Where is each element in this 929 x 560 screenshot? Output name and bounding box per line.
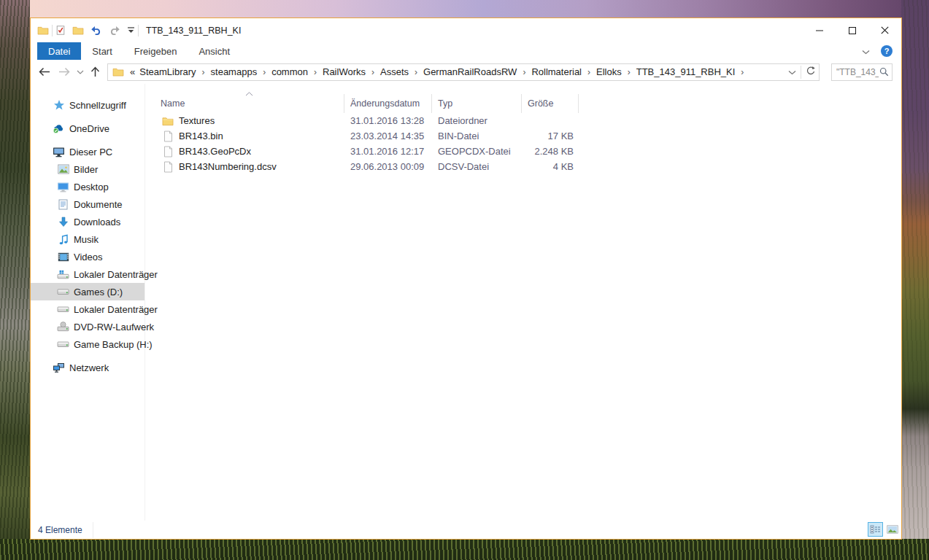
ribbon-tab-datei[interactable]: Datei bbox=[37, 42, 81, 60]
file-size-cell: 17 KB bbox=[522, 128, 579, 144]
sidebar-item-schnellzugriff[interactable]: Schnellzugriff bbox=[31, 96, 144, 114]
title-bar[interactable]: TTB_143_911_RBH_KI bbox=[31, 18, 901, 42]
column-header-gr-e[interactable]: Größe bbox=[522, 94, 579, 113]
ribbon-tab-freigeben[interactable]: Freigeben bbox=[123, 42, 188, 60]
sidebar-item-dokumente[interactable]: Dokumente bbox=[31, 195, 144, 213]
address-folder-icon bbox=[112, 67, 124, 77]
breadcrumb-segment[interactable]: common bbox=[270, 66, 309, 78]
address-bar[interactable]: « SteamLibrary›steamapps›common›RailWork… bbox=[107, 63, 820, 81]
sidebar-item-lokaler-datentr-ger[interactable]: Lokaler Datenträger bbox=[31, 265, 144, 283]
navigation-toolbar: « SteamLibrary›steamapps›common›RailWork… bbox=[31, 60, 901, 84]
close-button[interactable] bbox=[868, 18, 901, 42]
back-arrow-icon[interactable] bbox=[38, 67, 50, 77]
breadcrumb-segment[interactable]: Rollmaterial bbox=[530, 66, 583, 78]
sidebar-item-label: Game Backup (H:) bbox=[74, 339, 153, 350]
file-type-cell: DCSV-Datei bbox=[432, 159, 522, 174]
help-icon[interactable]: ? bbox=[881, 45, 893, 57]
status-bar: 4 Elemente bbox=[31, 521, 901, 539]
sidebar-item-bilder[interactable]: Bilder bbox=[31, 160, 144, 178]
breadcrumb-segment[interactable]: Assets bbox=[379, 66, 410, 78]
sidebar-item-dvd-rw-laufwerk[interactable]: DVD-RW-Laufwerk bbox=[31, 318, 144, 335]
ribbon-collapse-chevron-icon[interactable] bbox=[862, 44, 870, 58]
explorer-window: TTB_143_911_RBH_KI DateiStartFreigebenAn… bbox=[30, 18, 902, 540]
file-name-label: Textures bbox=[179, 115, 215, 126]
ribbon-tab-ansicht[interactable]: Ansicht bbox=[188, 42, 241, 60]
explorer-folder-icon[interactable] bbox=[37, 26, 49, 35]
column-header-row: NameÄnderungsdatumTypGröße bbox=[161, 94, 901, 113]
details-view-button[interactable] bbox=[868, 522, 883, 537]
address-dropdown-chevron-icon[interactable] bbox=[788, 66, 796, 77]
breadcrumb-chevron[interactable]: › bbox=[410, 67, 422, 77]
sidebar-item-game-backup-h[interactable]: Game Backup (H:) bbox=[31, 335, 144, 353]
breadcrumb-segment[interactable]: steamapps bbox=[209, 66, 259, 78]
forward-arrow-icon[interactable] bbox=[58, 67, 71, 77]
sidebar-item-netzwerk[interactable]: Netzwerk bbox=[31, 359, 144, 376]
minimize-button[interactable] bbox=[803, 18, 836, 42]
sidebar-item-label: DVD-RW-Laufwerk bbox=[74, 322, 154, 332]
table-row[interactable]: BR143Numbering.dcsv29.06.2013 00:09DCSV-… bbox=[161, 159, 901, 174]
sidebar-item-label: Schnellzugriff bbox=[69, 100, 126, 111]
window-title: TTB_143_911_RBH_KI bbox=[146, 26, 241, 36]
file-date-cell: 31.01.2016 13:28 bbox=[344, 113, 432, 128]
search-icon[interactable] bbox=[879, 67, 889, 77]
properties-icon[interactable] bbox=[55, 25, 66, 36]
sidebar-item-videos[interactable]: Videos bbox=[31, 248, 144, 265]
redo-icon[interactable] bbox=[109, 26, 120, 36]
breadcrumb-chevron[interactable]: › bbox=[309, 67, 321, 77]
breadcrumb-overflow-chevron[interactable]: « bbox=[126, 66, 138, 77]
titlebar-separator bbox=[138, 25, 139, 36]
breadcrumb-segment[interactable]: Elloks bbox=[595, 66, 623, 78]
undo-icon[interactable] bbox=[90, 26, 102, 36]
maximize-icon bbox=[849, 27, 856, 34]
breadcrumb-segment[interactable]: GermanRailRoadsRW bbox=[422, 66, 518, 78]
large-icons-view-button[interactable] bbox=[884, 522, 900, 537]
breadcrumb-chevron[interactable]: › bbox=[623, 67, 635, 77]
navigation-pane: SchnellzugriffOneDriveDieser PCBilderDes… bbox=[31, 84, 145, 521]
breadcrumb-segment[interactable]: RailWorks bbox=[321, 66, 367, 78]
breadcrumb-segment[interactable]: SteamLibrary bbox=[138, 66, 197, 78]
sidebar-item-lokaler-datentr-ger[interactable]: Lokaler Datenträger bbox=[31, 300, 144, 318]
file-name-label: BR143Numbering.dcsv bbox=[179, 161, 277, 172]
table-row[interactable]: BR143.bin23.03.2014 14:35BIN-Datei17 KB bbox=[161, 128, 901, 144]
refresh-icon[interactable] bbox=[806, 66, 816, 78]
documents-icon bbox=[57, 199, 69, 210]
breadcrumb-chevron[interactable]: › bbox=[258, 67, 270, 77]
file-icon bbox=[161, 146, 174, 158]
breadcrumb-segment[interactable]: TTB_143_911_RBH_KI bbox=[635, 66, 737, 78]
main-area: SchnellzugriffOneDriveDieser PCBilderDes… bbox=[31, 84, 901, 521]
file-list-pane[interactable]: NameÄnderungsdatumTypGröße Textures31.01… bbox=[145, 84, 901, 521]
qat-dropdown-icon[interactable] bbox=[127, 27, 135, 34]
new-folder-icon[interactable] bbox=[72, 26, 84, 35]
sidebar-item-label: Bilder bbox=[74, 164, 98, 175]
file-size-cell bbox=[522, 113, 579, 128]
table-row[interactable]: BR143.GeoPcDx31.01.2016 12:17GEOPCDX-Dat… bbox=[161, 144, 901, 159]
sidebar-item-games-d[interactable]: Games (D:) bbox=[31, 283, 144, 300]
up-arrow-icon[interactable] bbox=[90, 66, 100, 77]
sidebar-item-dieser-pc[interactable]: Dieser PC bbox=[31, 143, 144, 160]
breadcrumb-chevron[interactable]: › bbox=[367, 67, 379, 77]
address-bar-divider bbox=[801, 66, 801, 79]
column-header-typ[interactable]: Typ bbox=[432, 94, 522, 113]
dvd-drive-icon bbox=[57, 322, 69, 332]
column-header--nderungsdatum[interactable]: Änderungsdatum bbox=[344, 94, 432, 113]
search-box[interactable] bbox=[831, 63, 893, 81]
search-input[interactable] bbox=[836, 67, 879, 77]
drive-icon bbox=[57, 306, 69, 313]
breadcrumb-chevron[interactable]: › bbox=[518, 67, 530, 77]
breadcrumb-chevron[interactable]: › bbox=[736, 67, 748, 77]
table-row[interactable]: Textures31.01.2016 13:28Dateiordner bbox=[161, 113, 901, 128]
sort-ascending-icon[interactable] bbox=[245, 86, 253, 99]
breadcrumb-chevron[interactable]: › bbox=[583, 67, 595, 77]
sidebar-item-musik[interactable]: Musik bbox=[31, 230, 144, 248]
sidebar-item-desktop[interactable]: Desktop bbox=[31, 178, 144, 195]
breadcrumb-chevron[interactable]: › bbox=[198, 67, 209, 77]
ribbon-tab-start[interactable]: Start bbox=[81, 42, 123, 60]
file-name-cell: Textures bbox=[161, 113, 344, 128]
drive-icon bbox=[57, 341, 69, 348]
statusbar-divider bbox=[93, 522, 93, 538]
maximize-button[interactable] bbox=[836, 18, 868, 42]
sidebar-item-downloads[interactable]: Downloads bbox=[31, 213, 144, 230]
file-icon bbox=[161, 161, 174, 173]
recent-locations-chevron-icon[interactable] bbox=[77, 70, 84, 74]
sidebar-item-onedrive[interactable]: OneDrive bbox=[31, 120, 144, 137]
